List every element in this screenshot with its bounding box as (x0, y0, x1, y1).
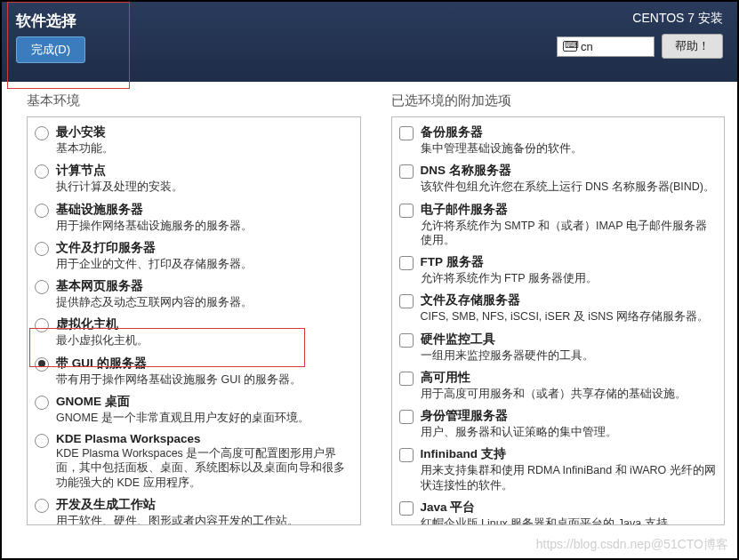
addon-option[interactable]: DNS 名称服务器该软件包组允许您在系统上运行 DNS 名称服务器(BIND)。 (392, 159, 725, 197)
checkbox[interactable] (399, 294, 414, 308)
environment-option[interactable]: 计算节点执行计算及处理的安装。 (28, 159, 360, 197)
environment-option[interactable]: GNOME 桌面GNOME 是一个非常直观且用户友好的桌面环境。 (28, 390, 360, 428)
option-label: 虚拟化主机 (56, 316, 353, 332)
option-description: 提供静态及动态互联网内容的服务器。 (56, 295, 353, 309)
keyboard-icon (563, 41, 577, 52)
option-label: 文件及存储服务器 (421, 292, 718, 308)
addon-option[interactable]: Java 平台红帽企业版 Linux 服务器和桌面平台的 Java 支持。 (392, 496, 725, 525)
option-text: KDE Plasma WorkspacesKDE Plasma Workspac… (56, 432, 353, 490)
install-title: CENTOS 7 安装 (632, 11, 723, 27)
header-controls: cn 帮助！ (557, 34, 723, 59)
option-description: CIFS, SMB, NFS, iSCSI, iSER 及 iSNS 网络存储服… (421, 309, 718, 324)
option-description: 一组用来监控服务器硬件的工具。 (421, 348, 718, 363)
option-text: 硬件监控工具一组用来监控服务器硬件的工具。 (421, 332, 718, 363)
addon-option[interactable]: 高可用性用于高度可用服务和（或者）共享存储的基础设施。 (392, 366, 725, 404)
option-label: Java 平台 (421, 500, 718, 516)
option-description: 集中管理基础设施备份的软件。 (421, 141, 718, 156)
addon-option[interactable]: 电子邮件服务器允许将系统作为 SMTP 和（或者）IMAP 电子邮件服务器使用。 (392, 198, 725, 252)
addon-option[interactable]: FTP 服务器允许将系统作为 FTP 服务器使用。 (392, 251, 725, 289)
checkbox[interactable] (399, 372, 414, 386)
option-text: 文件及打印服务器用于企业的文件、打印及存储服务器。 (56, 240, 353, 271)
option-description: 用于软件、硬件、图形或者内容开发的工作站。 (56, 514, 353, 525)
option-text: 基础设施服务器用于操作网络基础设施服务的服务器。 (56, 202, 353, 233)
option-label: 高可用性 (421, 370, 718, 386)
checkbox[interactable] (399, 448, 414, 462)
page-title: 软件选择 (16, 11, 85, 31)
option-description: 用于企业的文件、打印及存储服务器。 (56, 257, 353, 271)
option-description: 允许将系统作为 SMTP 和（或者）IMAP 电子邮件服务器使用。 (421, 219, 718, 248)
option-description: 用于操作网络基础设施服务的服务器。 (56, 219, 353, 233)
option-label: 基本网页服务器 (56, 278, 353, 294)
checkbox[interactable] (399, 410, 414, 424)
option-description: 红帽企业版 Linux 服务器和桌面平台的 Java 支持。 (421, 516, 718, 525)
help-button[interactable]: 帮助！ (662, 34, 723, 59)
option-text: FTP 服务器允许将系统作为 FTP 服务器使用。 (421, 254, 718, 285)
addon-option[interactable]: 硬件监控工具一组用来监控服务器硬件的工具。 (392, 328, 725, 366)
checkbox[interactable] (399, 204, 414, 218)
environment-option[interactable]: 最小安装基本功能。 (28, 121, 360, 159)
option-text: 计算节点执行计算及处理的安装。 (56, 163, 353, 194)
option-text: 文件及存储服务器CIFS, SMB, NFS, iSCSI, iSER 及 iS… (421, 292, 718, 324)
checkbox[interactable] (399, 126, 414, 140)
option-label: KDE Plasma Workspaces (56, 432, 353, 445)
option-description: 最小虚拟化主机。 (56, 333, 353, 348)
environment-option[interactable]: 基础设施服务器用于操作网络基础设施服务的服务器。 (28, 198, 360, 236)
radio-button[interactable] (35, 242, 49, 256)
radio-button[interactable] (35, 164, 49, 179)
radio-button[interactable] (35, 434, 49, 448)
option-label: GNOME 桌面 (56, 394, 353, 410)
option-label: 文件及打印服务器 (56, 240, 353, 256)
option-text: GNOME 桌面GNOME 是一个非常直观且用户友好的桌面环境。 (56, 394, 353, 425)
header-left: 软件选择 完成(D) (16, 11, 85, 75)
keyboard-layout-label: cn (581, 40, 593, 53)
radio-button[interactable] (35, 126, 49, 140)
option-label: 基础设施服务器 (56, 202, 353, 218)
option-description: 允许将系统作为 FTP 服务器使用。 (421, 271, 718, 285)
option-description: 带有用于操作网络基础设施服务 GUI 的服务器。 (56, 372, 353, 387)
option-text: 身份管理服务器用户、服务器和认证策略的集中管理。 (421, 408, 718, 439)
addon-option[interactable]: 文件及存储服务器CIFS, SMB, NFS, iSCSI, iSER 及 iS… (392, 289, 725, 327)
option-text: 带 GUI 的服务器带有用于操作网络基础设施服务 GUI 的服务器。 (56, 356, 353, 387)
option-label: 身份管理服务器 (421, 408, 718, 424)
radio-button[interactable] (35, 357, 49, 372)
checkbox[interactable] (399, 501, 414, 516)
addons-heading: 已选环境的附加选项 (391, 92, 726, 109)
option-label: 最小安装 (56, 124, 353, 140)
option-label: 带 GUI 的服务器 (56, 356, 353, 372)
option-description: GNOME 是一个非常直观且用户友好的桌面环境。 (56, 411, 353, 425)
addon-option[interactable]: 备份服务器集中管理基础设施备份的软件。 (392, 121, 725, 159)
option-text: 开发及生成工作站用于软件、硬件、图形或者内容开发的工作站。 (56, 497, 353, 525)
option-text: 高可用性用于高度可用服务和（或者）共享存储的基础设施。 (421, 370, 718, 401)
base-environment-list[interactable]: 最小安装基本功能。计算节点执行计算及处理的安装。基础设施服务器用于操作网络基础设… (27, 116, 361, 525)
option-description: 该软件包组允许您在系统上运行 DNS 名称服务器(BIND)。 (421, 180, 718, 194)
done-button[interactable]: 完成(D) (16, 36, 85, 63)
environment-option[interactable]: 带 GUI 的服务器带有用于操作网络基础设施服务 GUI 的服务器。 (28, 352, 360, 390)
addons-list[interactable]: 备份服务器集中管理基础设施备份的软件。DNS 名称服务器该软件包组允许您在系统上… (391, 116, 726, 525)
environment-option[interactable]: 基本网页服务器提供静态及动态互联网内容的服务器。 (28, 275, 360, 313)
option-text: 虚拟化主机最小虚拟化主机。 (56, 316, 353, 348)
radio-button[interactable] (35, 318, 49, 332)
radio-button[interactable] (35, 499, 49, 513)
option-text: 电子邮件服务器允许将系统作为 SMTP 和（或者）IMAP 电子邮件服务器使用。 (421, 202, 718, 248)
checkbox[interactable] (399, 164, 414, 179)
option-label: 开发及生成工作站 (56, 497, 353, 513)
keyboard-layout-selector[interactable]: cn (557, 36, 655, 57)
radio-button[interactable] (35, 396, 49, 410)
environment-option[interactable]: KDE Plasma WorkspacesKDE Plasma Workspac… (28, 428, 360, 493)
addon-option[interactable]: Infiniband 支持用来支持集群和使用 RDMA InfiniBand 和… (392, 443, 725, 496)
environment-option[interactable]: 开发及生成工作站用于软件、硬件、图形或者内容开发的工作站。 (28, 493, 360, 525)
radio-button[interactable] (35, 280, 49, 294)
environment-option[interactable]: 虚拟化主机最小虚拟化主机。 (28, 313, 360, 351)
option-label: FTP 服务器 (421, 254, 718, 270)
addon-option[interactable]: 身份管理服务器用户、服务器和认证策略的集中管理。 (392, 404, 725, 443)
option-text: 备份服务器集中管理基础设施备份的软件。 (421, 124, 718, 156)
option-text: Infiniband 支持用来支持集群和使用 RDMA InfiniBand 和… (421, 446, 718, 492)
radio-button[interactable] (35, 204, 49, 218)
environment-option[interactable]: 文件及打印服务器用于企业的文件、打印及存储服务器。 (28, 236, 360, 275)
option-label: 硬件监控工具 (421, 332, 718, 348)
checkbox[interactable] (399, 333, 414, 348)
checkbox[interactable] (399, 256, 414, 270)
option-description: 用户、服务器和认证策略的集中管理。 (421, 425, 718, 439)
option-text: 最小安装基本功能。 (56, 124, 353, 156)
watermark-text: https://blog.csdn.nep@51CTO博客 (536, 537, 728, 553)
